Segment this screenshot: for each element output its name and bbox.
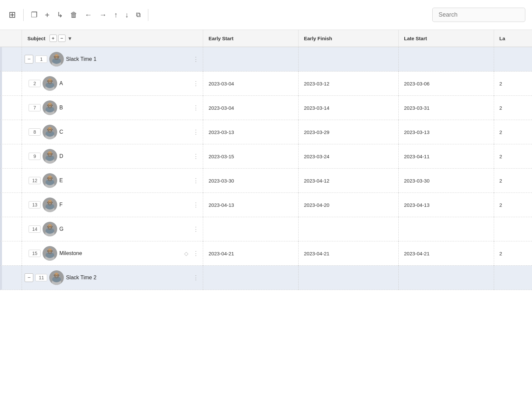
cell-late-start	[399, 56, 494, 63]
arrow-right-button[interactable]: →	[97, 9, 109, 21]
row-number: 8	[29, 128, 41, 136]
subject-col-icons: + − ▼	[50, 35, 72, 42]
arrow-right-icon: →	[99, 11, 107, 19]
cell-late-finish: 2	[494, 102, 532, 114]
avatar	[43, 246, 57, 261]
new-doc-icon: ❐	[31, 11, 38, 19]
copy-icon: ⧉	[136, 11, 141, 19]
row-drag-handle[interactable]	[0, 120, 2, 144]
more-options-button[interactable]: ⋮	[192, 128, 200, 136]
indent-icon: ↳	[57, 11, 63, 19]
task-name-label: Slack Time 2	[66, 275, 188, 281]
svg-point-13	[46, 82, 54, 88]
copy-button[interactable]: ⧉	[134, 10, 143, 20]
svg-point-85	[52, 276, 61, 282]
table-row: 12 E⋮2023-03-302023-04-122023-03-302	[0, 169, 532, 193]
toolbar-divider-1	[23, 9, 24, 21]
cell-early-finish: 2023-03-29	[299, 126, 398, 138]
arrow-left-button[interactable]: ←	[83, 9, 94, 21]
delete-button[interactable]: 🗑	[68, 9, 79, 21]
cell-early-start: 2023-03-04	[203, 102, 298, 114]
cell-early-finish: 2023-03-24	[299, 150, 398, 163]
avatar	[43, 149, 57, 164]
row-drag-handle[interactable]	[0, 193, 2, 217]
cell-late-start	[399, 226, 494, 232]
cell-early-start: 2023-03-13	[203, 126, 298, 138]
more-options-button[interactable]: ⋮	[192, 225, 200, 233]
row-number: 11	[35, 274, 47, 281]
more-options-button[interactable]: ⋮	[192, 152, 200, 161]
collapse-all-button[interactable]: −	[58, 35, 66, 42]
collapse-group-button[interactable]: −	[25, 55, 33, 64]
arrow-down-button[interactable]: ↓	[123, 9, 131, 21]
more-options-button[interactable]: ⋮	[192, 273, 200, 282]
avatar	[49, 52, 64, 66]
more-options-button[interactable]: ⋮	[192, 176, 200, 185]
task-name-label: F	[59, 202, 188, 208]
svg-point-67	[46, 228, 54, 234]
table-row: 14 G⋮	[0, 217, 532, 241]
more-options-button[interactable]: ⋮	[192, 79, 200, 88]
row-drag-handle[interactable]	[0, 169, 2, 193]
new-doc-button[interactable]: ❐	[29, 9, 40, 21]
svg-point-40	[46, 155, 54, 161]
row-drag-handle[interactable]	[0, 96, 2, 120]
task-name-label: D	[59, 153, 188, 159]
avatar	[43, 76, 57, 91]
col-header-subject: Subject + − ▼	[22, 30, 203, 47]
cell-late-finish	[494, 56, 532, 63]
cell-late-finish	[494, 274, 532, 281]
row-number: 7	[29, 104, 41, 111]
filter-icon[interactable]: ▼	[67, 36, 72, 41]
more-options-button[interactable]: ⋮	[192, 55, 200, 64]
milestone-diamond-icon: ◇	[184, 250, 188, 257]
grid-view-button[interactable]: ⊞	[7, 8, 18, 21]
cell-early-finish: 2023-04-21	[299, 247, 398, 260]
row-drag-handle[interactable]	[0, 47, 2, 71]
cell-late-start: 2023-04-11	[399, 150, 494, 163]
expand-all-button[interactable]: +	[50, 35, 57, 42]
arrow-down-icon: ↓	[125, 11, 129, 19]
row-number: 15	[29, 250, 41, 257]
indent-button[interactable]: ↳	[55, 9, 65, 21]
table-row: 7 B⋮2023-03-042023-03-142023-03-312	[0, 96, 532, 120]
cell-late-start: 2023-04-13	[399, 199, 494, 211]
collapse-group-button[interactable]: −	[25, 273, 33, 282]
cell-late-finish: 2	[494, 175, 532, 187]
add-button[interactable]: +	[43, 9, 52, 21]
svg-point-58	[46, 203, 54, 209]
table-row: −11 Slack Time 2⋮	[0, 266, 532, 290]
cell-late-finish: 2	[494, 247, 532, 260]
more-options-button[interactable]: ⋮	[192, 249, 200, 258]
task-name-label: G	[59, 226, 188, 232]
table-row: 2 A⋮2023-03-042023-03-122023-03-062	[0, 71, 532, 96]
svg-point-4	[52, 58, 61, 64]
more-options-button[interactable]: ⋮	[192, 103, 200, 112]
cell-early-finish	[299, 274, 398, 281]
avatar	[43, 125, 57, 139]
cell-late-finish	[494, 226, 532, 232]
row-drag-handle[interactable]	[0, 144, 2, 168]
more-options-button[interactable]: ⋮	[192, 200, 200, 209]
row-drag-handle[interactable]	[0, 241, 2, 265]
row-drag-handle[interactable]	[0, 266, 2, 290]
task-name-label: Slack Time 1	[66, 56, 188, 62]
task-table: Subject + − ▼ Early Start Early Finish L…	[0, 30, 532, 290]
row-drag-handle[interactable]	[0, 71, 2, 95]
main-table-wrap: Subject + − ▼ Early Start Early Finish L…	[0, 30, 532, 290]
col-header-early-start: Early Start	[203, 30, 299, 47]
cell-late-start: 2023-03-13	[399, 126, 494, 138]
svg-point-31	[46, 131, 54, 137]
cell-early-finish: 2023-03-14	[299, 102, 398, 114]
arrow-up-button[interactable]: ↑	[112, 9, 120, 21]
row-drag-handle[interactable]	[0, 217, 2, 241]
table-header-row: Subject + − ▼ Early Start Early Finish L…	[0, 30, 532, 47]
cell-late-start: 2023-04-21	[399, 247, 494, 260]
cell-late-start	[399, 274, 494, 281]
toolbar-left: ⊞ ❐ + ↳ 🗑 ← → ↑ ↓ ⧉	[7, 8, 150, 21]
cell-early-start: 2023-03-04	[203, 77, 298, 90]
row-number: 1	[35, 56, 47, 63]
search-input[interactable]	[432, 8, 525, 22]
cell-late-finish: 2	[494, 199, 532, 211]
table-row: 9 D⋮2023-03-152023-03-242023-04-112	[0, 144, 532, 169]
